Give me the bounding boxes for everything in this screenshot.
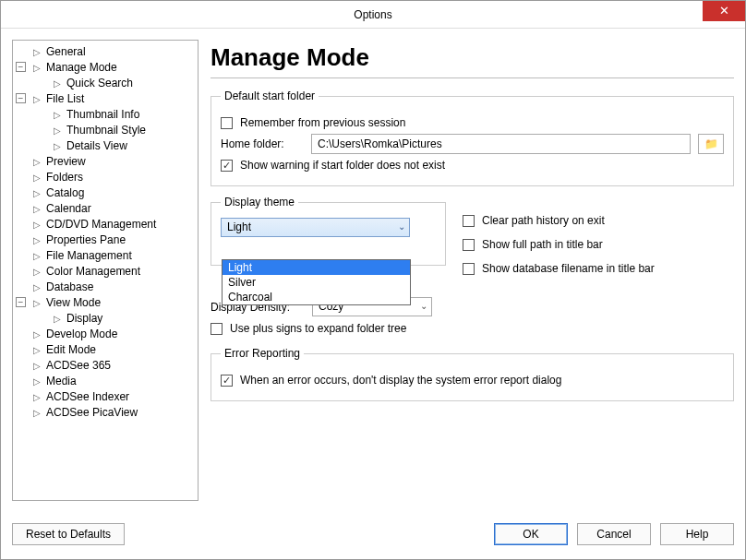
theme-select[interactable]: Light ⌄	[221, 218, 410, 237]
arrow-icon: ▷	[33, 296, 42, 311]
full-path-checkbox[interactable]	[463, 239, 475, 251]
title-bar: Options ✕	[1, 1, 745, 29]
main-pane: Manage Mode Default start folder Remembe…	[211, 40, 734, 501]
tree-item-develop-mode[interactable]: ▷Develop Mode	[13, 327, 198, 342]
theme-option-silver[interactable]: Silver	[223, 275, 410, 290]
clear-history-checkbox[interactable]	[463, 215, 475, 227]
show-warning-checkbox[interactable]	[221, 160, 233, 172]
tree-item-catalog[interactable]: ▷Catalog	[13, 185, 198, 201]
tree-item-file-list[interactable]: ▷File List	[13, 91, 198, 107]
theme-option-charcoal[interactable]: Charcoal	[223, 290, 410, 304]
arrow-icon: ▷	[33, 328, 42, 342]
tree-item-properties-pane[interactable]: ▷Properties Pane	[13, 232, 198, 248]
tree-item-calendar[interactable]: ▷Calendar	[13, 201, 198, 217]
arrow-icon: ▷	[33, 45, 42, 60]
arrow-icon: ▷	[33, 249, 42, 264]
tree-item-acdsee-picaview[interactable]: ▷ACDSee PicaView	[13, 405, 198, 421]
arrow-icon: ▷	[33, 186, 42, 201]
browse-button[interactable]: 📁	[698, 134, 724, 154]
collapse-icon[interactable]	[16, 93, 26, 103]
collapse-icon[interactable]	[16, 62, 26, 72]
show-warning-label: Show warning if start folder does not ex…	[240, 159, 445, 172]
db-filename-label: Show database filename in title bar	[482, 262, 655, 275]
group-legend: Default start folder	[221, 89, 319, 102]
tree-item-acdsee-365[interactable]: ▷ACDSee 365	[13, 358, 198, 374]
arrow-icon: ▷	[54, 108, 63, 123]
window-title: Options	[354, 8, 391, 21]
arrow-icon: ▷	[33, 265, 42, 280]
collapse-icon[interactable]	[16, 297, 26, 307]
arrow-icon: ▷	[33, 218, 42, 232]
chevron-down-icon: ⌄	[420, 301, 427, 311]
arrow-icon: ▷	[54, 312, 63, 327]
arrow-icon: ▷	[54, 124, 63, 138]
arrow-icon: ▷	[33, 61, 42, 76]
arrow-icon: ▷	[54, 77, 63, 91]
arrow-icon: ▷	[33, 406, 42, 421]
arrow-icon: ▷	[33, 343, 42, 358]
tree-item-thumbnail-info[interactable]: ▷Thumbnail Info	[13, 107, 198, 123]
tree-item-folders[interactable]: ▷Folders	[13, 170, 198, 185]
remember-session-checkbox[interactable]	[221, 117, 233, 129]
chevron-down-icon: ⌄	[398, 221, 405, 232]
arrow-icon: ▷	[54, 139, 63, 154]
theme-option-light[interactable]: Light	[223, 260, 410, 275]
close-icon: ✕	[719, 0, 729, 25]
page-title: Manage Mode	[211, 43, 734, 72]
tree-item-view-mode[interactable]: ▷View Mode	[13, 295, 198, 311]
tree-item-details-view[interactable]: ▷Details View	[13, 138, 198, 154]
theme-select-value: Light	[227, 220, 251, 233]
divider	[211, 77, 734, 78]
error-reporting-group: Error Reporting When an error occurs, do…	[211, 347, 734, 401]
arrow-icon: ▷	[33, 390, 42, 405]
arrow-icon: ▷	[33, 233, 42, 248]
dont-display-error-label: When an error occurs, don't display the …	[240, 374, 561, 387]
arrow-icon: ▷	[33, 375, 42, 389]
home-folder-label: Home folder:	[221, 137, 304, 150]
tree-item-quick-search[interactable]: ▷Quick Search	[13, 76, 198, 91]
tree-item-media[interactable]: ▷Media	[13, 374, 198, 389]
ok-button[interactable]: OK	[494, 523, 568, 545]
arrow-icon: ▷	[33, 155, 42, 170]
group-legend: Display theme	[221, 196, 298, 209]
arrow-icon: ▷	[33, 171, 42, 185]
dont-display-error-checkbox[interactable]	[221, 375, 233, 387]
display-theme-group: Display theme Light ⌄	[211, 196, 446, 266]
default-start-folder-group: Default start folder Remember from previ…	[211, 89, 734, 186]
plus-signs-checkbox[interactable]	[211, 323, 223, 335]
remember-session-label: Remember from previous session	[240, 116, 405, 129]
tree-item-general[interactable]: ▷General	[13, 44, 198, 60]
tree-item-thumbnail-style[interactable]: ▷Thumbnail Style	[13, 123, 198, 138]
close-button[interactable]: ✕	[703, 1, 745, 21]
tree-item-file-management[interactable]: ▷File Management	[13, 248, 198, 264]
bottom-bar: Reset to Defaults OK Cancel Help	[1, 509, 745, 559]
folder-icon: 📁	[704, 137, 718, 150]
arrow-icon: ▷	[33, 92, 42, 107]
tree-item-manage-mode[interactable]: ▷Manage Mode	[13, 60, 198, 76]
tree-item-display[interactable]: ▷Display	[13, 311, 198, 327]
options-tree[interactable]: ▷General ▷Manage Mode ▷Quick Search ▷Fil…	[12, 40, 199, 501]
cancel-button[interactable]: Cancel	[577, 523, 651, 545]
tree-item-color-management[interactable]: ▷Color Management	[13, 264, 198, 280]
full-path-label: Show full path in title bar	[482, 238, 603, 251]
tree-item-acdsee-indexer[interactable]: ▷ACDSee Indexer	[13, 389, 198, 405]
tree-item-cddvd[interactable]: ▷CD/DVD Management	[13, 217, 198, 232]
db-filename-checkbox[interactable]	[463, 263, 475, 275]
tree-item-database[interactable]: ▷Database	[13, 280, 198, 295]
tree-item-edit-mode[interactable]: ▷Edit Mode	[13, 342, 198, 358]
plus-signs-label: Use plus signs to expand folder tree	[230, 322, 406, 335]
theme-dropdown[interactable]: Light Silver Charcoal	[222, 259, 411, 305]
arrow-icon: ▷	[33, 359, 42, 374]
clear-history-label: Clear path history on exit	[482, 214, 605, 227]
arrow-icon: ▷	[33, 280, 42, 295]
group-legend: Error Reporting	[221, 347, 304, 360]
tree-item-preview[interactable]: ▷Preview	[13, 154, 198, 170]
home-folder-input[interactable]	[311, 134, 691, 154]
reset-defaults-button[interactable]: Reset to Defaults	[12, 523, 125, 545]
help-button[interactable]: Help	[660, 523, 734, 545]
arrow-icon: ▷	[33, 202, 42, 217]
